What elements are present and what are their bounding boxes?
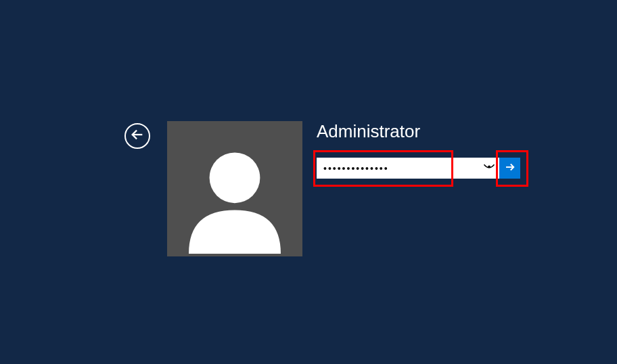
reveal-password-button[interactable] — [479, 158, 499, 179]
password-row — [317, 158, 520, 179]
back-arrow-icon — [130, 127, 145, 145]
submit-button[interactable] — [499, 158, 520, 179]
user-avatar — [167, 121, 302, 256]
password-field-wrapper — [317, 158, 499, 179]
username-label: Administrator — [317, 121, 420, 142]
arrow-right-icon — [504, 161, 516, 175]
eye-icon — [483, 163, 495, 173]
svg-point-1 — [210, 152, 260, 203]
password-input[interactable] — [317, 158, 479, 179]
user-silhouette-icon — [177, 139, 292, 256]
svg-point-2 — [488, 165, 490, 168]
back-button[interactable] — [124, 123, 150, 149]
